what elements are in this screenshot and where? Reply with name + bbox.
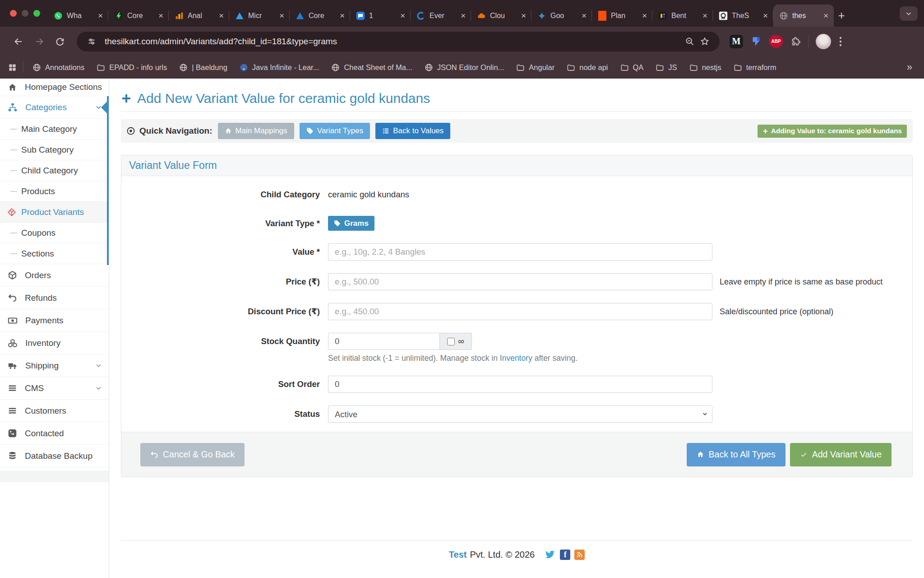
unlimited-stock-checkbox[interactable] — [447, 338, 455, 345]
extensions-puzzle-icon[interactable] — [790, 36, 801, 47]
banknote-icon — [8, 316, 18, 326]
bookmark-angular-folder[interactable]: Angular — [516, 63, 554, 72]
site-settings-icon[interactable] — [84, 37, 99, 46]
sidebar-item-database-backup[interactable]: Database Backup — [0, 445, 109, 467]
reload-icon[interactable] — [50, 31, 70, 52]
zoom-window-button[interactable] — [33, 10, 40, 17]
back-icon[interactable] — [8, 31, 29, 52]
zoom-out-icon[interactable] — [682, 37, 697, 46]
tab-close-icon[interactable]: × — [460, 11, 467, 20]
add-variant-value-button[interactable]: Add Variant Value — [790, 443, 892, 466]
sidebar-item-coupons[interactable]: Coupons — [0, 223, 109, 243]
url-text[interactable]: thesilkart.com/admin/Variants/add?child_… — [105, 37, 682, 47]
adblock-plus-icon[interactable]: ABP — [769, 35, 783, 48]
tab-close-icon[interactable]: × — [822, 11, 829, 20]
sidebar-item-orders[interactable]: Orders — [0, 264, 109, 287]
facebook-icon[interactable]: f — [560, 550, 570, 560]
discount-price-input[interactable] — [328, 303, 712, 320]
sidebar-item-cms[interactable]: CMS — [0, 377, 109, 400]
sidebar-item-refunds[interactable]: Refunds — [0, 287, 109, 309]
tab-close-icon[interactable]: × — [157, 11, 164, 20]
sidebar-item-sub-category[interactable]: Sub Category — [0, 140, 109, 160]
tab-close-icon[interactable]: × — [702, 11, 708, 20]
bookmark-terraform-folder[interactable]: terraform — [734, 63, 776, 72]
main-mappings-button[interactable]: Main Mappings — [218, 123, 294, 139]
sidebar-item-payments[interactable]: Payments — [0, 309, 109, 332]
tab-search-button[interactable] — [900, 6, 918, 21]
tab-analytics[interactable]: Anal × — [169, 5, 229, 27]
back-to-values-button[interactable]: Back to Values — [375, 123, 450, 139]
sidebar-item-main-category[interactable]: Main Category — [0, 119, 109, 140]
close-window-button[interactable] — [10, 10, 17, 17]
analytics-bars-icon — [174, 11, 184, 21]
tab-bento[interactable]: Bent × — [652, 5, 713, 27]
tab-thesilkart-active[interactable]: thes × — [773, 5, 834, 27]
sidebar-item-categories[interactable]: Categories — [0, 96, 109, 119]
tab-close-icon[interactable]: × — [278, 11, 285, 20]
form-row-sort-order: Sort Order — [121, 376, 912, 393]
bookmarks-overflow-icon[interactable]: » — [907, 61, 912, 73]
tab-core-bolt[interactable]: Core × — [108, 5, 169, 27]
variant-types-button[interactable]: Variant Types — [300, 123, 370, 139]
tab-close-icon[interactable]: × — [762, 11, 769, 20]
tab-close-icon[interactable]: × — [339, 11, 346, 20]
bookmark-baeldung[interactable]: | Baeldung — [179, 63, 227, 72]
bookmark-label: node api — [579, 63, 608, 72]
bookmark-epadd-folder[interactable]: EPADD - info urls — [97, 63, 167, 72]
address-bar[interactable]: thesilkart.com/admin/Variants/add?child_… — [77, 32, 720, 51]
profile-avatar[interactable] — [816, 34, 831, 49]
tab-core-azure[interactable]: Core × — [290, 5, 350, 27]
sidebar-item-customers[interactable]: Customers — [0, 400, 109, 422]
stock-quantity-input[interactable] — [328, 333, 440, 350]
tab-evernote[interactable]: Ever × — [411, 5, 471, 27]
tab-plan[interactable]: Plan × — [592, 5, 652, 27]
apps-grid-icon[interactable] — [8, 63, 17, 72]
rss-icon[interactable] — [574, 550, 585, 560]
bookmark-node-api-folder[interactable]: node api — [567, 63, 608, 72]
tab-cloud[interactable]: Clou × — [471, 5, 531, 27]
price-input[interactable] — [328, 273, 712, 290]
tab-close-icon[interactable]: × — [218, 11, 225, 20]
new-tab-button[interactable]: + — [834, 5, 849, 27]
sidebar-item-inventory[interactable]: Inventory — [0, 332, 109, 354]
tab-close-icon[interactable]: × — [97, 11, 104, 20]
tab-messages[interactable]: 1 × — [350, 5, 411, 27]
browser-menu-icon[interactable] — [839, 36, 842, 47]
sidebar-item-product-variants[interactable]: Product Variants — [0, 202, 109, 223]
minimize-window-button[interactable] — [22, 10, 28, 17]
forward-icon[interactable] — [29, 31, 50, 52]
bookmark-qa-folder[interactable]: QA — [620, 63, 644, 72]
bookmark-cheat-sheet[interactable]: Cheat Sheet of Ma... — [331, 63, 412, 72]
back-to-all-types-button[interactable]: Back to All Types — [687, 443, 785, 466]
folder-icon — [516, 63, 525, 72]
tab-whatsapp[interactable]: Wha × — [48, 5, 108, 27]
tab-close-icon[interactable]: × — [520, 11, 527, 20]
bookmark-js-folder[interactable]: JS — [656, 63, 677, 72]
cancel-go-back-button[interactable]: Cancel & Go Back — [140, 443, 245, 466]
blue-extension-icon[interactable] — [750, 36, 762, 47]
footer-brand[interactable]: Test — [449, 550, 467, 560]
value-input[interactable] — [328, 243, 712, 261]
sidebar-item-contacted[interactable]: Contacted — [0, 422, 109, 445]
sidebar-item-sections[interactable]: Sections — [0, 243, 109, 264]
medium-extension-icon[interactable]: M — [730, 35, 743, 48]
bookmark-java-infinite[interactable]: Java Infinite - Lear... — [240, 63, 319, 72]
tab-microsoft[interactable]: Micr × — [229, 5, 290, 27]
bookmark-annotations[interactable]: Annotations — [32, 63, 84, 72]
sidebar-item-shipping[interactable]: Shipping — [0, 354, 109, 377]
inventory-link[interactable]: Inventory — [500, 354, 532, 363]
bookmark-nestjs-folder[interactable]: nestjs — [689, 63, 721, 72]
tab-thesite[interactable]: TheS × — [713, 5, 773, 27]
tab-close-icon[interactable]: × — [399, 11, 406, 20]
twitter-icon[interactable] — [544, 549, 556, 560]
bookmark-star-icon[interactable] — [697, 37, 712, 47]
sidebar-item-homepage-sections[interactable]: Homepage Sections — [0, 79, 109, 96]
sort-order-input[interactable] — [328, 376, 712, 393]
sidebar-item-child-category[interactable]: Child Category — [0, 160, 109, 181]
tab-close-icon[interactable]: × — [641, 11, 648, 20]
tab-google[interactable]: Goo × — [531, 5, 592, 27]
sidebar-item-products[interactable]: Products — [0, 181, 109, 202]
tab-close-icon[interactable]: × — [581, 11, 587, 20]
status-select[interactable]: Active — [328, 406, 712, 423]
bookmark-json-editor[interactable]: JSON Editor Onlin... — [425, 63, 504, 72]
